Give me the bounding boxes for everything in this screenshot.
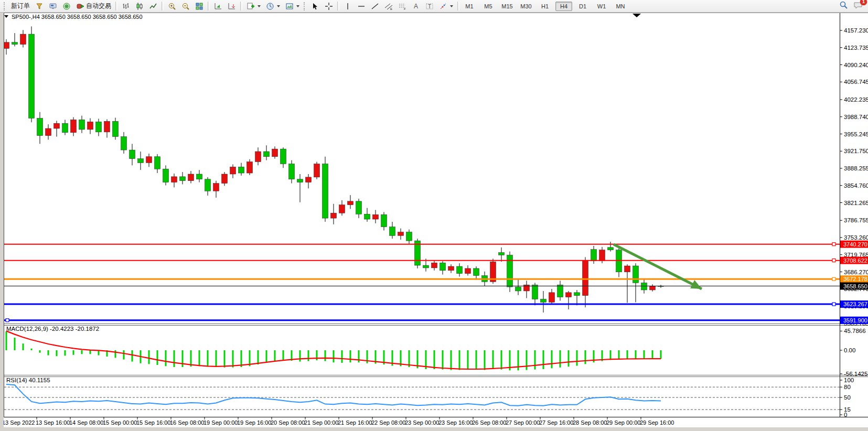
bar-chart-icon[interactable] [119, 1, 133, 12]
candle-body [12, 42, 18, 45]
line-handle[interactable] [832, 277, 835, 281]
dropdown-caret [450, 5, 453, 7]
time-axis-label: 29 Sep 16:00 [640, 419, 674, 426]
main-toolbar: 新订单 自动交易 [0, 0, 868, 13]
timeframe-button-h1[interactable]: H1 [537, 2, 553, 11]
candle-body [272, 149, 278, 157]
candle-body [448, 266, 454, 271]
line-handle[interactable] [6, 319, 9, 322]
horizontal-line-tool[interactable] [355, 1, 368, 12]
time-axis-label: 19 Sep 00:00 [203, 419, 238, 426]
fibonacci-tool[interactable]: F [395, 1, 409, 12]
candle-body [247, 162, 253, 174]
timeframe-button-m1[interactable]: M1 [461, 2, 478, 11]
candle-body [574, 293, 580, 296]
notifications-chat-icon[interactable]: 1 [853, 1, 863, 12]
toolbar-separator [208, 2, 210, 10]
new-order-button[interactable]: 新订单 [8, 1, 33, 12]
candle-body [37, 118, 43, 135]
candle-body [616, 250, 622, 272]
time-axis-label: 16 Sep 08:00 [170, 419, 204, 426]
time-axis-label: 14 Sep 08:00 [69, 419, 103, 426]
candle-body [163, 169, 169, 182]
candle-body [524, 285, 530, 291]
price-badge-label: 3708.622 [843, 257, 867, 264]
chart-area[interactable]: MACD(12,26,9) -20.4223 -20.1872RSI(14) 4… [0, 0, 868, 431]
terminal-icon[interactable] [46, 1, 60, 12]
candle-body [507, 255, 513, 287]
macd-label: MACD(12,26,9) -20.4223 -20.1872 [6, 326, 99, 332]
candle-body [104, 121, 110, 132]
price-badge-label: 3658.650 [843, 283, 867, 289]
tile-windows-icon[interactable] [192, 1, 206, 12]
toolbar-grip [4, 2, 7, 10]
template-button[interactable] [283, 1, 302, 12]
candle-body [121, 137, 127, 150]
candlestick-chart-icon[interactable] [133, 1, 146, 12]
chart-menu-triangle[interactable] [4, 15, 8, 18]
candle-body [289, 164, 295, 179]
candle-body [373, 214, 379, 219]
svg-text:T: T [428, 4, 431, 9]
funnel-icon[interactable] [33, 1, 46, 12]
time-axis-label: 13 Sep 2022 [2, 419, 35, 426]
timeframe-button-h4[interactable]: H4 [555, 2, 572, 11]
arrows-tool-button[interactable] [436, 1, 456, 12]
zoom-in-icon[interactable] [165, 1, 179, 12]
autotrade-button[interactable]: 自动交易 [73, 1, 114, 12]
add-indicator-button[interactable] [244, 1, 263, 12]
equidistant-channel-tool[interactable]: E [382, 1, 395, 12]
candle-body [205, 179, 211, 191]
time-axis-label: 27 Sep 16:00 [539, 419, 573, 426]
candle-body [406, 232, 412, 241]
candle-body [222, 174, 228, 184]
timeframe-button-m30[interactable]: M30 [518, 2, 534, 11]
candle-body [583, 260, 588, 295]
timeframe-button-m15[interactable]: M15 [499, 2, 516, 11]
auto-scroll-icon[interactable] [225, 1, 239, 12]
candle-body [230, 167, 236, 174]
timeframe-button-mn[interactable]: MN [612, 2, 629, 11]
svg-text:A: A [414, 3, 418, 10]
price-axis-tick-label: 3955.245 [844, 131, 868, 137]
candle-body [440, 263, 446, 271]
price-badge-label: 3740.270 [843, 241, 867, 247]
text-tool[interactable]: A [409, 1, 423, 12]
candle-body [155, 157, 160, 169]
vertical-line-tool[interactable] [341, 1, 355, 12]
text-label-tool[interactable]: T [423, 1, 436, 12]
candle-body [566, 293, 572, 297]
cursor-tool-button[interactable] [308, 1, 322, 12]
svg-text:E: E [390, 7, 392, 10]
timeframe-toolbar: M1M5M15M30H1H4D1W1MN [461, 2, 629, 11]
broadcast-icon[interactable] [60, 1, 73, 12]
price-axis-tick-label: 3921.750 [844, 148, 868, 154]
toolbar-grip [304, 2, 307, 10]
trendline-tool[interactable] [368, 1, 382, 12]
chart-shift-icon[interactable] [211, 1, 225, 12]
line-handle[interactable] [832, 259, 835, 262]
timeframe-button-m5[interactable]: M5 [480, 2, 497, 11]
timeframe-button-d1[interactable]: D1 [574, 2, 591, 11]
zoom-out-icon[interactable] [179, 1, 192, 12]
candle-body [591, 250, 597, 261]
line-chart-icon[interactable] [146, 1, 160, 12]
time-axis-label: 21 Sep 16:00 [338, 419, 372, 426]
price-axis-tick-label: 3786.755 [844, 217, 868, 223]
search-icon[interactable] [839, 1, 848, 12]
line-handle[interactable] [832, 303, 835, 306]
svg-text:F: F [404, 7, 406, 10]
candle-body [457, 266, 463, 274]
candle-body [281, 149, 286, 164]
timeframe-button-w1[interactable]: W1 [593, 2, 610, 11]
candle-body [20, 34, 26, 45]
period-clock-button[interactable] [263, 1, 283, 12]
autotrade-label: 自动交易 [86, 2, 111, 10]
line-handle[interactable] [832, 243, 835, 246]
candle-body [264, 152, 270, 157]
candle-body [323, 164, 328, 218]
crosshair-tool-button[interactable] [322, 1, 336, 12]
rsi-label: RSI(14) 40.1155 [6, 377, 50, 383]
candle-body [172, 177, 177, 182]
toolbar-separator [240, 2, 242, 10]
